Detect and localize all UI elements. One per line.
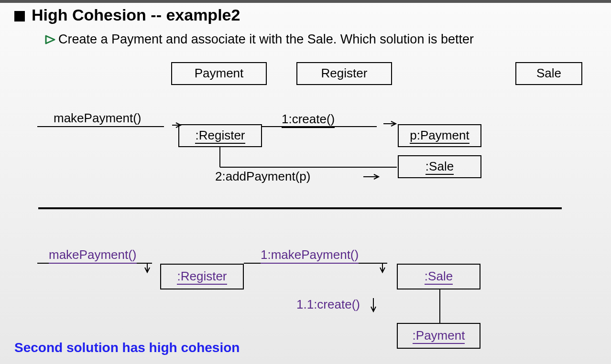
title-row: High Cohesion -- example2 bbox=[14, 6, 611, 24]
solution1-msg2-arrow bbox=[220, 147, 402, 171]
solution1-sale-object: :Sale bbox=[398, 155, 481, 178]
slide-subtitle: Create a Payment and associate it with t… bbox=[58, 32, 474, 47]
footer-note: Second solution has high cohesion bbox=[14, 340, 240, 355]
solution1-msg2-label: 2:addPayment(p) bbox=[215, 169, 310, 184]
class-box-sale: Sale bbox=[515, 62, 582, 85]
solution2-incoming-arrow bbox=[37, 262, 162, 276]
class-label: Register bbox=[321, 66, 368, 82]
class-box-payment: Payment bbox=[171, 62, 267, 85]
object-label: :Sale bbox=[425, 269, 453, 285]
solution2-msg2-arrow bbox=[433, 289, 447, 328]
class-label: Sale bbox=[536, 66, 561, 82]
class-box-register: Register bbox=[296, 62, 392, 85]
slide-title: High Cohesion -- example2 bbox=[32, 6, 240, 24]
solution1-incoming-arrow bbox=[37, 125, 177, 139]
solution-divider bbox=[38, 207, 562, 209]
svg-marker-0 bbox=[46, 36, 55, 43]
solution1-payment-object: p:Payment bbox=[398, 124, 481, 147]
solution2-incoming-label: makePayment() bbox=[49, 247, 137, 264]
solution2-msg2-side-arrow bbox=[366, 298, 381, 315]
slide-content: High Cohesion -- example2 Create a Payme… bbox=[0, 6, 611, 364]
solution2-register-object: :Register bbox=[160, 264, 244, 289]
object-label: p:Payment bbox=[410, 128, 469, 144]
class-label: Payment bbox=[195, 66, 244, 82]
object-label: :Payment bbox=[413, 328, 465, 344]
solution1-msg1-label: 1:create() bbox=[282, 112, 335, 128]
solution1-incoming-label: makePayment() bbox=[54, 111, 142, 127]
window-top-bar bbox=[0, 0, 611, 3]
object-label: :Register bbox=[195, 128, 245, 144]
solution2-msg1-label: 1:makePayment() bbox=[261, 247, 359, 264]
square-bullet-icon bbox=[14, 11, 25, 21]
object-label: :Sale bbox=[426, 159, 454, 175]
subtitle-row: Create a Payment and associate it with t… bbox=[45, 32, 611, 47]
solution2-msg1-arrow bbox=[244, 262, 397, 276]
solution2-msg2-label: 1.1:create() bbox=[296, 297, 360, 312]
solution1-register-object: :Register bbox=[178, 124, 262, 147]
solution2-sale-object: :Sale bbox=[397, 264, 480, 289]
solution2-payment-object: :Payment bbox=[397, 323, 480, 349]
arrowhead-bullet-icon bbox=[45, 35, 55, 44]
object-label: :Register bbox=[177, 269, 227, 285]
